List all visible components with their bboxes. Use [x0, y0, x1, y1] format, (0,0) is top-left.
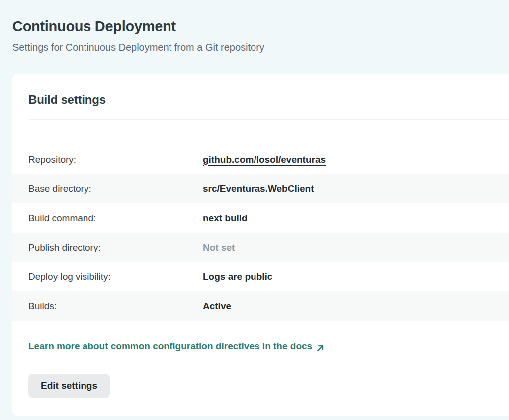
table-row-repository: Repository: github.com/losol/eventuras: [12, 145, 509, 174]
docs-link-label: Learn more about common configuration di…: [28, 340, 312, 352]
repository-link[interactable]: github.com/losol/eventuras: [203, 154, 326, 165]
page-title: Continuous Deployment: [12, 18, 497, 35]
docs-link[interactable]: Learn more about common configuration di…: [28, 340, 324, 352]
row-value: Logs are public: [203, 271, 272, 282]
table-row-publish-directory: Publish directory: Not set: [12, 233, 509, 262]
row-value: src/Eventuras.WebClient: [203, 183, 314, 194]
row-value: next build: [203, 213, 248, 224]
card-divider: [28, 119, 509, 120]
table-row-base-directory: Base directory: src/Eventuras.WebClient: [12, 174, 509, 203]
build-settings-card: Build settings Repository: github.com/lo…: [12, 74, 509, 416]
card-heading: Build settings: [28, 92, 493, 107]
settings-rows: Repository: github.com/losol/eventuras B…: [12, 145, 509, 321]
page-header: Continuous Deployment Settings for Conti…: [0, 0, 509, 53]
table-row-builds: Builds: Active: [12, 291, 509, 321]
row-label: Builds:: [28, 301, 203, 312]
edit-settings-button[interactable]: Edit settings: [28, 374, 110, 398]
docs-link-wrap: Learn more about common configuration di…: [28, 340, 493, 352]
row-label: Repository:: [28, 154, 203, 165]
table-row-build-command: Build command: next build: [12, 203, 509, 233]
row-label: Deploy log visibility:: [28, 271, 203, 282]
arrow-up-right-icon: [317, 343, 324, 350]
row-value: Active: [203, 301, 231, 312]
row-value: Not set: [203, 242, 235, 253]
row-label: Build command:: [28, 213, 203, 224]
row-label: Base directory:: [28, 183, 203, 194]
table-row-deploy-log-visibility: Deploy log visibility: Logs are public: [12, 262, 509, 291]
row-label: Publish directory:: [28, 242, 203, 253]
page-subtitle: Settings for Continuous Deployment from …: [12, 41, 497, 53]
